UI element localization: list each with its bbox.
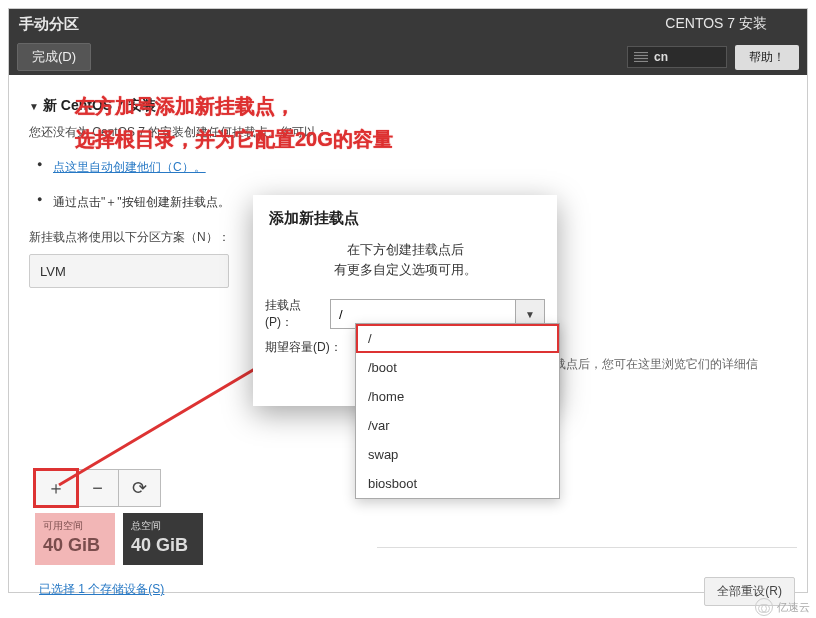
remove-mountpoint-button[interactable]: −: [77, 469, 119, 507]
reload-icon: ⟳: [132, 477, 147, 499]
mountpoint-option[interactable]: /: [356, 324, 559, 353]
mountpoint-option[interactable]: /home: [356, 382, 559, 411]
available-space-box: 可用空间 40 GiB: [35, 513, 115, 565]
done-button[interactable]: 完成(D): [17, 43, 91, 71]
keyboard-layout-label: cn: [654, 50, 668, 64]
right-hint-text: 载点后，您可在这里浏览它们的详细信: [554, 355, 794, 373]
capacity-label: 期望容量(D)：: [265, 339, 351, 356]
help-button[interactable]: 帮助！: [735, 45, 799, 70]
available-space-value: 40 GiB: [43, 535, 107, 556]
divider: [377, 547, 797, 548]
keyboard-icon: [634, 52, 648, 62]
mountpoint-label: 挂载点(P)：: [265, 297, 326, 331]
mountpoint-option[interactable]: /var: [356, 411, 559, 440]
total-space-value: 40 GiB: [131, 535, 195, 556]
dialog-subtitle-2: 有更多自定义选项可用。: [334, 262, 477, 277]
dialog-subtitle-1: 在下方创建挂载点后: [347, 242, 464, 257]
dialog-title: 添加新挂载点: [253, 195, 557, 234]
section-title: 新 CentOS 7 安装: [43, 97, 156, 115]
reload-button[interactable]: ⟳: [119, 469, 161, 507]
section-description: 您还没有为 CentOS 7 的安装创建任何挂载点。您可以：: [29, 123, 369, 141]
page-title: 手动分区: [19, 15, 79, 34]
auto-create-link[interactable]: 点这里自动创建他们（C）。: [53, 160, 206, 174]
total-space-box: 总空间 40 GiB: [123, 513, 203, 565]
mountpoint-dropdown-list: //boot/home/varswapbiosboot: [355, 323, 560, 499]
watermark-logo-icon: [755, 598, 773, 616]
watermark-text: 亿速云: [777, 600, 810, 615]
scheme-value: LVM: [40, 264, 66, 279]
scheme-select[interactable]: LVM: [29, 254, 229, 288]
installer-title: CENTOS 7 安装: [665, 15, 767, 33]
chevron-down-icon: ▼: [525, 309, 535, 320]
mountpoint-option[interactable]: /boot: [356, 353, 559, 382]
section-header[interactable]: ▼ 新 CentOS 7 安装: [29, 97, 369, 115]
total-space-label: 总空间: [131, 519, 195, 533]
storage-devices-link[interactable]: 已选择 1 个存储设备(S): [39, 581, 164, 598]
add-mountpoint-button[interactable]: ＋: [35, 469, 77, 507]
keyboard-indicator[interactable]: cn: [627, 46, 727, 68]
mountpoint-option[interactable]: swap: [356, 440, 559, 469]
chevron-down-icon: ▼: [29, 101, 39, 112]
svg-line-0: [59, 351, 285, 485]
watermark: 亿速云: [755, 598, 810, 616]
mountpoint-option[interactable]: biosboot: [356, 469, 559, 498]
available-space-label: 可用空间: [43, 519, 107, 533]
